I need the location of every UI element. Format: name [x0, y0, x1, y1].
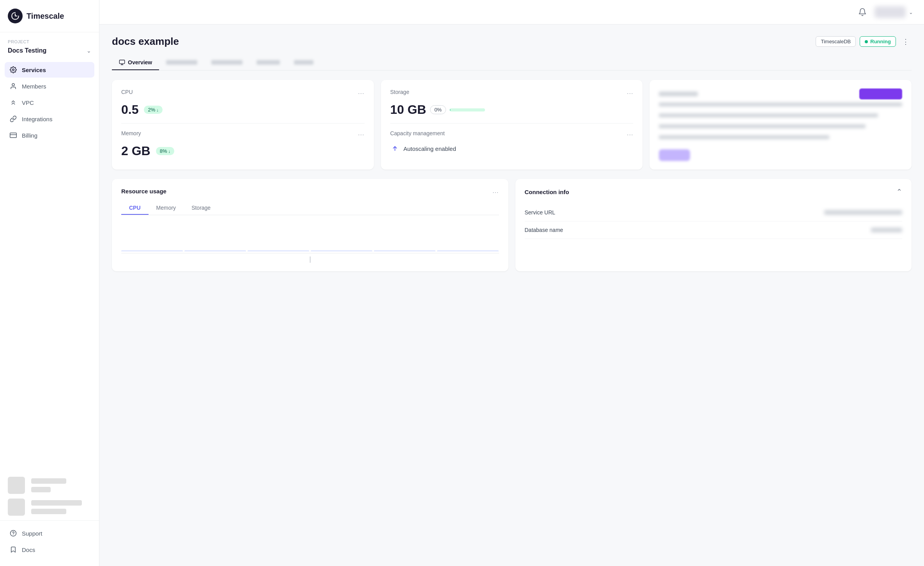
- timescaledb-badge: TimescaleDB: [816, 36, 856, 47]
- database-name-value: [871, 228, 902, 232]
- sidebar-blurred-area-2: [0, 499, 99, 520]
- third-card-purple-badge: [859, 88, 902, 99]
- tab-2[interactable]: [159, 56, 204, 69]
- chart-bar-5: [374, 250, 435, 251]
- storage-value: 10 GB: [390, 103, 426, 117]
- sidebar-item-label-docs: Docs: [22, 547, 35, 553]
- blurred-text-3: [31, 500, 82, 506]
- sidebar-nav: Services Members VPC In: [0, 59, 99, 472]
- page-header: docs example TimescaleDB Running ⋮: [112, 35, 912, 48]
- capacity-row: Autoscaling enabled: [390, 144, 634, 153]
- blurred-thumbnail-1: [8, 477, 25, 494]
- user-chevron-icon: ⌄: [909, 9, 913, 15]
- chart-bar-1: [121, 250, 183, 251]
- chart-axis-line: [310, 256, 310, 263]
- cpu-more-button[interactable]: ...: [358, 88, 364, 96]
- bottom-row: Resource usage ... CPU Memory Storage: [112, 179, 912, 271]
- blurred-line-2: [659, 113, 878, 117]
- memory-badge-arrow: ↓: [168, 149, 170, 154]
- notification-button[interactable]: [856, 5, 869, 19]
- project-selector[interactable]: Docs Testing ⌄: [8, 46, 91, 56]
- sidebar-item-label-billing: Billing: [22, 132, 37, 139]
- storage-card-title: Storage: [390, 89, 409, 95]
- storage-bar-fill: [450, 108, 450, 111]
- resource-usage-header: Resource usage ...: [121, 187, 499, 195]
- memory-card-header: Memory ...: [121, 130, 365, 137]
- project-section: Project Docs Testing ⌄: [0, 32, 99, 59]
- svg-rect-7: [119, 60, 124, 64]
- sidebar-item-billing[interactable]: Billing: [5, 127, 94, 143]
- chart-bar-2: [184, 250, 246, 251]
- blurred-line-4: [659, 135, 829, 139]
- tab-overview-label: Overview: [128, 59, 152, 65]
- collapse-button[interactable]: ⌃: [896, 187, 902, 196]
- storage-badge: 0%: [430, 105, 446, 114]
- chart-bar-4: [311, 250, 372, 251]
- tab-4[interactable]: [250, 56, 287, 69]
- cpu-memory-card: CPU ... 0.5 2% ↓ Memory ... 2 GB: [112, 80, 374, 170]
- third-card-content: [659, 103, 902, 161]
- chart-bar-6: [437, 250, 499, 251]
- resource-usage-card: Resource usage ... CPU Memory Storage: [112, 179, 508, 271]
- third-card-header: [659, 88, 902, 99]
- sidebar-item-integrations[interactable]: Integrations: [5, 111, 94, 127]
- header-badges: TimescaleDB Running ⋮: [816, 36, 912, 48]
- storage-more-button[interactable]: ...: [627, 88, 633, 96]
- blurred-text-area-2: [31, 500, 82, 514]
- link-icon: [9, 115, 17, 123]
- memory-metric-row: 2 GB 8% ↓: [121, 144, 365, 158]
- running-dot: [865, 40, 868, 43]
- card-divider-1: [121, 123, 365, 124]
- third-card: [650, 80, 912, 170]
- cards-row: CPU ... 0.5 2% ↓ Memory ... 2 GB: [112, 80, 912, 170]
- cpu-badge-label: 2%: [148, 107, 155, 113]
- service-url-label: Service URL: [525, 209, 556, 216]
- sidebar-item-services[interactable]: Services: [5, 62, 94, 78]
- tab-3[interactable]: [204, 56, 250, 69]
- tab-4-blurred: [257, 60, 280, 65]
- capacity-more-button[interactable]: ...: [627, 130, 633, 137]
- page-title: docs example: [112, 35, 179, 48]
- resource-tab-memory[interactable]: Memory: [149, 202, 184, 215]
- resource-tab-memory-label: Memory: [156, 205, 176, 211]
- chart-bar-3: [248, 250, 309, 251]
- tab-overview[interactable]: Overview: [112, 55, 159, 70]
- timescale-logo-icon: [8, 9, 23, 23]
- main-content: ⌄ docs example TimescaleDB Running ⋮ Ove: [99, 0, 924, 566]
- chevron-down-icon: ⌄: [87, 48, 91, 54]
- resource-tab-storage[interactable]: Storage: [184, 202, 218, 215]
- sidebar-item-vpc[interactable]: VPC: [5, 95, 94, 110]
- capacity-card-title: Capacity management: [390, 130, 445, 136]
- database-name-label: Database name: [525, 227, 563, 233]
- storage-card-header: Storage ...: [390, 88, 634, 96]
- sidebar-item-docs[interactable]: Docs: [5, 542, 94, 557]
- connection-row-database-name: Database name: [525, 221, 903, 239]
- resource-usage-title: Resource usage: [121, 188, 166, 195]
- resource-tab-cpu-label: CPU: [129, 205, 141, 211]
- resource-tab-cpu[interactable]: CPU: [121, 202, 149, 215]
- memory-badge-label: 8%: [160, 148, 167, 154]
- tab-3-blurred: [211, 60, 243, 65]
- more-options-button[interactable]: ⋮: [900, 36, 912, 48]
- user-menu[interactable]: ⌄: [874, 6, 913, 18]
- card-divider-2: [390, 123, 634, 124]
- sidebar-item-support[interactable]: Support: [5, 525, 94, 541]
- cpu-card-header: CPU ...: [121, 88, 365, 96]
- chart-bars: [121, 226, 499, 253]
- connection-info-header: Connection info ⌃: [525, 187, 903, 196]
- app-name: Timescale: [27, 12, 64, 21]
- resource-usage-tabs: CPU Memory Storage: [121, 202, 499, 215]
- sidebar-item-members[interactable]: Members: [5, 78, 94, 94]
- cpu-value: 0.5: [121, 103, 138, 117]
- tab-5[interactable]: [287, 56, 320, 69]
- resource-usage-more-button[interactable]: ...: [492, 187, 499, 195]
- logo-svg: [10, 11, 21, 21]
- sidebar-item-label-members: Members: [22, 83, 46, 90]
- sidebar-item-label-services: Services: [22, 67, 46, 73]
- blurred-line-1: [659, 103, 902, 106]
- sidebar-item-label-integrations: Integrations: [22, 116, 52, 122]
- project-name: Docs Testing: [8, 47, 46, 54]
- cloud-icon: [9, 99, 17, 106]
- memory-more-button[interactable]: ...: [358, 130, 364, 137]
- blurred-text-4: [31, 509, 66, 514]
